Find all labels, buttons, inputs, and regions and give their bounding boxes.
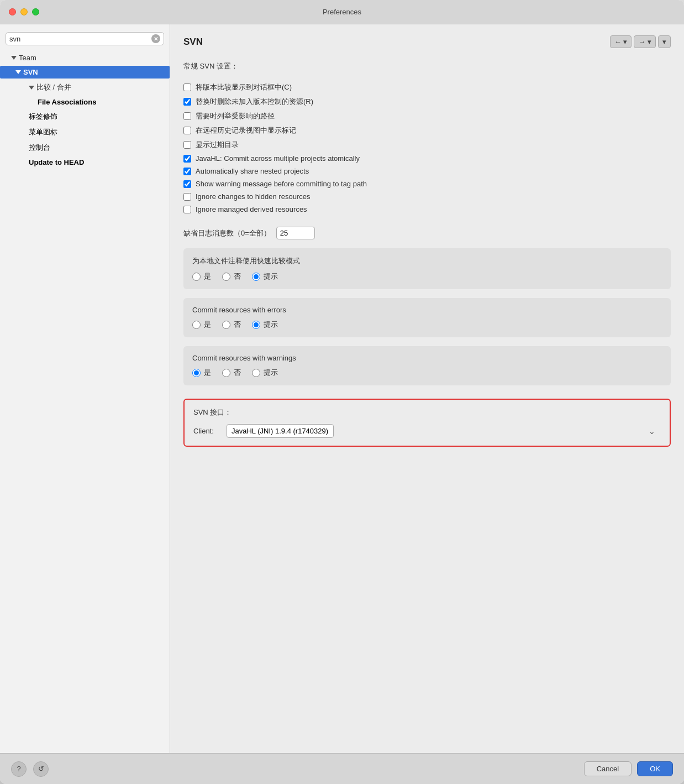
checkbox-label-cb8[interactable]: Show warning message before committing t… <box>196 180 367 188</box>
fast-compare-title: 为本地文件注释使用快速比较模式 <box>192 256 662 266</box>
checkbox-row-1: 将版本比较显示到对话框中(C) <box>183 80 671 95</box>
sidebar-item-team-label[interactable]: Team <box>0 52 170 64</box>
checkbox-label-cb1[interactable]: 将版本比较显示到对话框中(C) <box>196 82 292 92</box>
commit-warnings-title: Commit resources with warnings <box>192 354 662 362</box>
panel-title: SVN <box>183 36 203 48</box>
checkbox-cb6[interactable] <box>183 155 191 163</box>
checkbox-cb2[interactable] <box>183 98 191 106</box>
window-controls <box>9 8 39 15</box>
sidebar-item-compare-merge-label[interactable]: 比较 / 合并 <box>0 81 170 94</box>
checkbox-cb3[interactable] <box>183 112 191 120</box>
commit-errors-no[interactable]: 否 <box>222 320 241 330</box>
sidebar-item-console[interactable]: 控制台 <box>0 140 170 155</box>
fast-compare-yes-radio[interactable] <box>192 273 201 281</box>
window-title: Preferences <box>323 8 361 16</box>
sidebar-item-label-decoration-label[interactable]: 标签修饰 <box>0 110 170 123</box>
cancel-button[interactable]: Cancel <box>584 761 632 776</box>
commit-errors-title: Commit resources with errors <box>192 306 662 314</box>
checkbox-label-cb6[interactable]: JavaHL: Commit across multiple projects … <box>196 154 360 163</box>
sidebar-item-menu-icons[interactable]: 菜单图标 <box>0 124 170 140</box>
sidebar-item-update-to-head-label[interactable]: Update to HEAD <box>0 156 170 168</box>
nav-menu-button[interactable]: ▾ <box>658 35 671 48</box>
checkbox-label-cb3[interactable]: 需要时列举受影响的路径 <box>196 111 275 121</box>
sidebar-item-team[interactable]: Team <box>0 51 170 65</box>
commit-errors-no-radio[interactable] <box>222 321 230 329</box>
client-label: Client: <box>193 427 221 435</box>
commit-errors-yes[interactable]: 是 <box>192 320 211 330</box>
checkbox-label-cb10[interactable]: Ignore managed derived resources <box>196 205 307 213</box>
nav-back-button[interactable]: ← ▾ <box>610 35 632 48</box>
commit-errors-prompt-radio[interactable] <box>252 321 260 329</box>
commit-warnings-no[interactable]: 否 <box>222 368 241 378</box>
commit-warnings-yes[interactable]: 是 <box>192 368 211 378</box>
ok-button[interactable]: OK <box>637 761 673 776</box>
checkbox-label-cb5[interactable]: 显示过期目录 <box>196 140 239 150</box>
footer: ? ↺ Cancel OK <box>0 753 684 784</box>
checkbox-cb10[interactable] <box>183 206 191 213</box>
client-select[interactable]: JavaHL (JNI) 1.9.4 (r1740329) SVNKit Jav… <box>227 424 334 438</box>
checkbox-label-cb7[interactable]: Automatically share nested projects <box>196 167 309 175</box>
checkbox-cb9[interactable] <box>183 193 191 201</box>
sidebar-item-label-decoration[interactable]: 标签修饰 <box>0 109 170 124</box>
close-button[interactable] <box>9 8 16 15</box>
log-count-label: 缺省日志消息数（0=全部） <box>183 228 271 238</box>
commit-errors-prompt[interactable]: 提示 <box>252 320 278 330</box>
search-clear-button[interactable]: ✕ <box>151 34 160 43</box>
checkbox-cb5[interactable] <box>183 141 191 149</box>
fast-compare-prompt-radio[interactable] <box>252 273 260 281</box>
expand-icon <box>29 86 34 90</box>
content-area: ✕ Team SVN 比较 / 合并 <box>0 24 684 753</box>
search-input[interactable] <box>9 35 151 43</box>
checkbox-row-2: 替换时删除未加入版本控制的资源(R) <box>183 95 671 109</box>
checkbox-cb4[interactable] <box>183 127 191 134</box>
sidebar-item-svn-label[interactable]: SVN <box>0 66 170 79</box>
footer-right: Cancel OK <box>584 761 673 776</box>
sidebar-item-update-to-head[interactable]: Update to HEAD <box>0 155 170 169</box>
maximize-button[interactable] <box>32 8 39 15</box>
sidebar: ✕ Team SVN 比较 / 合并 <box>0 24 170 753</box>
search-bar: ✕ <box>0 29 170 51</box>
titlebar: Preferences <box>0 0 684 24</box>
minimize-button[interactable] <box>20 8 28 15</box>
commit-warnings-prompt-radio[interactable] <box>252 369 260 377</box>
sidebar-item-svn[interactable]: SVN <box>0 65 170 80</box>
fast-compare-prompt[interactable]: 提示 <box>252 271 278 281</box>
sidebar-item-file-associations[interactable]: File Associations <box>0 95 170 109</box>
checkbox-row-3: 需要时列举受影响的路径 <box>183 109 671 123</box>
checkbox-row-6: JavaHL: Commit across multiple projects … <box>183 152 671 165</box>
checkbox-cb8[interactable] <box>183 180 191 188</box>
commit-errors-yes-radio[interactable] <box>192 321 201 329</box>
help-button[interactable]: ? <box>11 761 27 777</box>
commit-warnings-section: Commit resources with warnings 是 否 提示 <box>183 346 671 385</box>
checkbox-row-7: Automatically share nested projects <box>183 165 671 177</box>
commit-warnings-no-radio[interactable] <box>222 369 230 377</box>
sidebar-item-file-associations-label[interactable]: File Associations <box>0 96 170 108</box>
nav-buttons: ← ▾ → ▾ ▾ <box>610 35 671 48</box>
checkbox-row-9: Ignore changes to hidden resources <box>183 190 671 203</box>
commit-errors-section: Commit resources with errors 是 否 提示 <box>183 298 671 337</box>
checkbox-cb1[interactable] <box>183 83 191 91</box>
footer-left: ? ↺ <box>11 761 49 777</box>
checkbox-label-cb4[interactable]: 在远程历史记录视图中显示标记 <box>196 126 296 135</box>
client-row: Client: JavaHL (JNI) 1.9.4 (r1740329) SV… <box>193 424 661 438</box>
client-select-wrapper: JavaHL (JNI) 1.9.4 (r1740329) SVNKit Jav… <box>227 424 661 438</box>
commit-warnings-yes-radio[interactable] <box>192 369 201 377</box>
sidebar-item-menu-icons-label[interactable]: 菜单图标 <box>0 126 170 139</box>
checkbox-row-5: 显示过期目录 <box>183 138 671 152</box>
checkbox-label-cb2[interactable]: 替换时删除未加入版本控制的资源(R) <box>196 97 313 107</box>
fast-compare-no-radio[interactable] <box>222 273 230 281</box>
sidebar-item-compare-merge[interactable]: 比较 / 合并 <box>0 80 170 95</box>
sidebar-item-console-label[interactable]: 控制台 <box>0 141 170 154</box>
checkbox-cb7[interactable] <box>183 168 191 175</box>
checkbox-label-cb9[interactable]: Ignore changes to hidden resources <box>196 192 310 201</box>
commit-warnings-prompt[interactable]: 提示 <box>252 368 278 378</box>
fast-compare-no[interactable]: 否 <box>222 271 241 281</box>
restore-defaults-button[interactable]: ↺ <box>33 761 49 777</box>
svn-interface-title: SVN 接口： <box>193 407 661 417</box>
checkbox-row-4: 在远程历史记录视图中显示标记 <box>183 123 671 138</box>
section-general-label: 常规 SVN 设置： <box>183 61 671 71</box>
nav-forward-button[interactable]: → ▾ <box>634 35 656 48</box>
log-count-row: 缺省日志消息数（0=全部） <box>183 227 671 239</box>
log-count-input[interactable] <box>276 227 315 239</box>
fast-compare-yes[interactable]: 是 <box>192 271 211 281</box>
